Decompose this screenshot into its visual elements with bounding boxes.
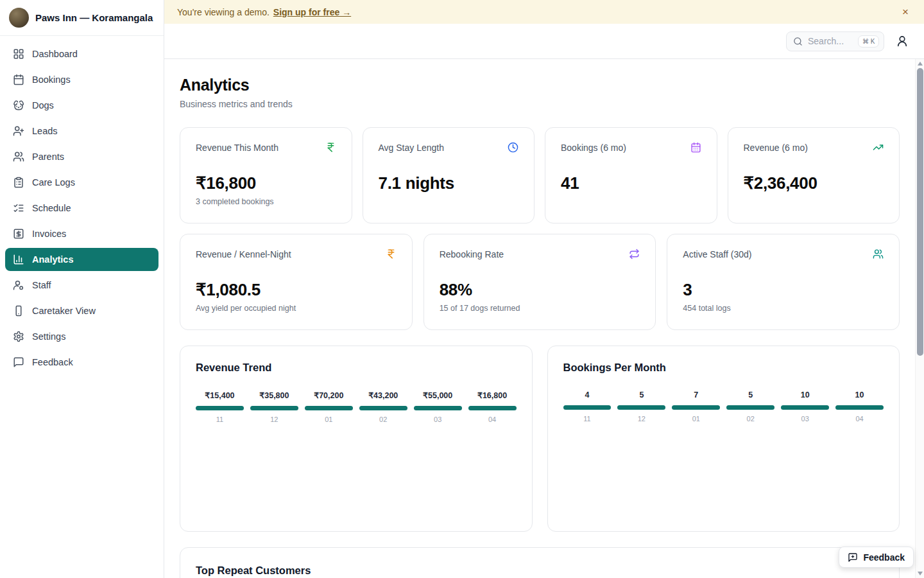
chart-month-label: 01 bbox=[672, 415, 720, 423]
scrollbar-thumb[interactable] bbox=[917, 68, 923, 356]
scrollbar[interactable] bbox=[915, 59, 924, 578]
stat-card-revenue-this-month: Revenue This Month₹16,8003 completed boo… bbox=[180, 127, 352, 223]
users-icon bbox=[873, 249, 884, 259]
sidebar-item-schedule[interactable]: Schedule bbox=[5, 197, 158, 220]
sidebar-item-label: Dogs bbox=[32, 100, 54, 110]
chart-column: ₹16,80004 bbox=[468, 390, 517, 423]
scrollbar-down-arrow-icon[interactable] bbox=[918, 572, 923, 575]
smartphone-icon bbox=[13, 305, 24, 317]
chart-month-label: 12 bbox=[617, 415, 665, 423]
sidebar-item-label: Analytics bbox=[32, 254, 73, 265]
chart-value-label: ₹55,000 bbox=[414, 390, 462, 400]
feedback-button-label: Feedback bbox=[863, 552, 905, 563]
sidebar-item-analytics[interactable]: Analytics bbox=[5, 248, 158, 271]
stat-card-bookings-6-mo: Bookings (6 mo)41 bbox=[545, 127, 717, 223]
chart-month-label: 11 bbox=[563, 415, 612, 423]
chart-bar bbox=[563, 405, 612, 410]
chart-month-label: 03 bbox=[414, 416, 462, 423]
sidebar: Paws Inn — Koramangala DashboardBookings… bbox=[0, 0, 164, 578]
sidebar-header: Paws Inn — Koramangala bbox=[0, 0, 164, 36]
chart-column: ₹43,20002 bbox=[359, 390, 407, 423]
chart-month-label: 12 bbox=[250, 416, 298, 423]
sidebar-item-label: Leads bbox=[32, 126, 58, 136]
main-content: Analytics Business metrics and trends Re… bbox=[164, 59, 915, 578]
stat-subtitle: 454 total logs bbox=[683, 304, 884, 313]
signup-link[interactable]: Sign up for free → bbox=[273, 7, 351, 17]
user-dot-icon bbox=[13, 279, 24, 291]
message-square-plus-icon bbox=[848, 552, 858, 563]
sidebar-item-bookings[interactable]: Bookings bbox=[5, 68, 158, 91]
sidebar-item-settings[interactable]: Settings bbox=[5, 325, 158, 348]
chart-card-bookings-per-month: Bookings Per Month41151270150210031004 bbox=[547, 346, 900, 532]
scrollbar-up-arrow-icon[interactable] bbox=[918, 62, 923, 66]
chart-value-label: 10 bbox=[835, 390, 884, 399]
search-box[interactable]: ⌘ K bbox=[786, 31, 884, 51]
user-icon[interactable] bbox=[896, 35, 909, 48]
stat-title: Avg Stay Length bbox=[379, 143, 444, 153]
sidebar-item-feedback[interactable]: Feedback bbox=[5, 351, 158, 374]
repeat-icon bbox=[629, 249, 640, 259]
chart-column: 411 bbox=[563, 390, 612, 423]
stat-value: ₹1,080.5 bbox=[196, 280, 397, 300]
chart-value-label: ₹15,400 bbox=[196, 390, 244, 400]
chart-value-label: 7 bbox=[672, 390, 720, 399]
sidebar-item-caretaker-view[interactable]: Caretaker View bbox=[5, 299, 158, 322]
search-shortcut-badge: ⌘ K bbox=[858, 35, 879, 48]
chart-month-label: 11 bbox=[196, 416, 244, 423]
stat-card-revenue-6-mo: Revenue (6 mo)₹2,36,400 bbox=[728, 127, 900, 223]
chart-column: ₹70,20001 bbox=[305, 390, 353, 423]
chart-value-label: 4 bbox=[563, 390, 612, 399]
chart-title: Revenue Trend bbox=[196, 362, 517, 374]
rupee-icon bbox=[386, 249, 397, 259]
stat-value: 7.1 nights bbox=[379, 173, 519, 193]
sidebar-item-label: Invoices bbox=[32, 229, 66, 239]
invoice-dollar-icon bbox=[13, 228, 24, 240]
stat-title: Revenue This Month bbox=[196, 143, 278, 153]
sidebar-item-label: Settings bbox=[32, 331, 65, 342]
chart-bar bbox=[726, 405, 774, 410]
chart-column: ₹15,40011 bbox=[196, 390, 244, 423]
chart-month-label: 03 bbox=[781, 415, 829, 423]
sidebar-item-label: Parents bbox=[32, 152, 64, 162]
chart-bar bbox=[250, 406, 298, 410]
feedback-button[interactable]: Feedback bbox=[839, 547, 914, 568]
sidebar-item-dogs[interactable]: Dogs bbox=[5, 94, 158, 117]
sidebar-item-label: Caretaker View bbox=[32, 306, 96, 316]
demo-banner-text: You're viewing a demo. bbox=[177, 7, 270, 17]
sidebar-item-leads[interactable]: Leads bbox=[5, 119, 158, 143]
sidebar-item-care-logs[interactable]: Care Logs bbox=[5, 171, 158, 194]
top-header: ⌘ K bbox=[164, 24, 924, 59]
clock-icon bbox=[508, 142, 518, 153]
calendar-days-icon bbox=[690, 142, 701, 153]
stat-subtitle: 15 of 17 dogs returned bbox=[440, 304, 640, 313]
chart-value-label: 5 bbox=[726, 390, 774, 399]
chart-value-label: ₹16,800 bbox=[468, 390, 517, 400]
stat-title: Bookings (6 mo) bbox=[561, 143, 626, 153]
sidebar-item-staff[interactable]: Staff bbox=[5, 274, 158, 297]
sidebar-item-parents[interactable]: Parents bbox=[5, 145, 158, 168]
chart-column: 502 bbox=[726, 390, 774, 423]
clipboard-list-icon bbox=[13, 177, 24, 188]
chart-value-label: 10 bbox=[781, 390, 829, 399]
stat-title: Revenue (6 mo) bbox=[744, 143, 808, 153]
sidebar-nav: DashboardBookingsDogsLeadsParentsCare Lo… bbox=[0, 36, 164, 383]
chart-title: Bookings Per Month bbox=[563, 362, 884, 374]
stats-row-1: Revenue This Month₹16,8003 completed boo… bbox=[180, 127, 900, 223]
chart-bar bbox=[305, 406, 353, 410]
stat-title: Revenue / Kennel-Night bbox=[196, 249, 291, 259]
sidebar-item-invoices[interactable]: Invoices bbox=[5, 222, 158, 245]
stat-card-revenue-kennel-night: Revenue / Kennel-Night₹1,080.5Avg yield … bbox=[180, 234, 413, 330]
dashboard-grid-icon bbox=[13, 48, 24, 60]
close-icon[interactable]: × bbox=[900, 5, 911, 19]
chart-bar bbox=[781, 405, 829, 410]
brand-name: Paws Inn — Koramangala bbox=[35, 12, 153, 23]
chart-bar bbox=[468, 406, 517, 410]
search-input[interactable] bbox=[808, 36, 853, 46]
chart-column: 1003 bbox=[781, 390, 829, 423]
sidebar-item-dashboard[interactable]: Dashboard bbox=[5, 42, 158, 66]
sidebar-item-label: Dashboard bbox=[32, 49, 78, 59]
stat-subtitle: 3 completed bookings bbox=[196, 197, 336, 206]
list-checks-icon bbox=[13, 202, 24, 214]
message-square-icon bbox=[13, 356, 24, 368]
stat-value: 3 bbox=[683, 280, 884, 300]
